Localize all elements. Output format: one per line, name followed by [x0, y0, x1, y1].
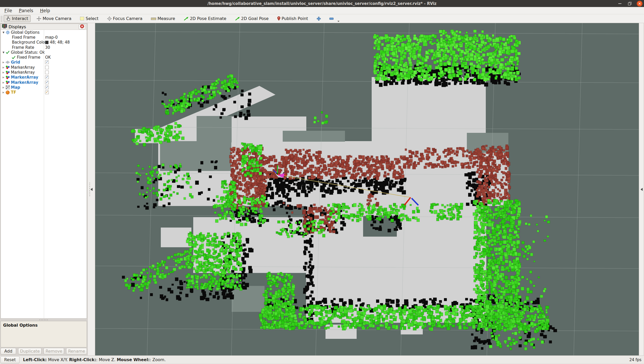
tool-dropdown-caret[interactable]: [337, 21, 340, 22]
menubar: FilePanelsHelp: [0, 7, 644, 14]
expand-arrow-icon[interactable]: ▶: [2, 66, 5, 69]
markers-icon: [5, 65, 10, 69]
tree-row-fixed-frame[interactable]: Fixed FrameOK: [1, 55, 87, 60]
tool-label: Measure: [157, 16, 175, 21]
tree-row-label: MarkerArray: [11, 80, 38, 85]
tree-row-markerarray[interactable]: ▶MarkerArray: [1, 80, 87, 85]
displays-panel-header: Displays: [1, 24, 87, 30]
minimize-button[interactable]: [617, 1, 623, 6]
property-value[interactable]: OK: [45, 55, 51, 60]
tree-row-global-options[interactable]: ▼Global Options: [1, 30, 87, 35]
hint-text: : Move Z.: [96, 357, 117, 362]
panel-splitter[interactable]: [0, 319, 87, 321]
visibility-checkbox[interactable]: [45, 71, 49, 74]
tool-label: Interact: [12, 16, 28, 21]
expand-arrow-icon[interactable]: ▶: [2, 61, 5, 64]
tree-row-background-color[interactable]: Background Color48; 48; 48: [1, 40, 87, 45]
tool-publish-point[interactable]: Publish Point: [275, 15, 311, 22]
displays-panel: Displays ▼Global OptionsFixed Framemap-0…: [1, 24, 87, 319]
close-icon: ✕: [638, 2, 641, 6]
display-actions: AddDuplicateRemoveRename: [0, 347, 87, 355]
color-swatch[interactable]: [45, 41, 49, 44]
tool-interact[interactable]: Interact: [4, 15, 31, 22]
fps-counter: 24 fps: [629, 358, 641, 362]
sidebar-collapse-handle[interactable]: [87, 23, 95, 355]
tool-add-tool-plus[interactable]: [314, 16, 323, 22]
hint-label: Left-Click:: [23, 357, 47, 362]
tool-move-camera[interactable]: Move Camera: [34, 15, 74, 22]
restore-button[interactable]: [627, 1, 633, 6]
markers-icon: [5, 71, 10, 74]
tree-row-markerarray[interactable]: ▶MarkerArray: [1, 70, 87, 75]
tree-row-frame-rate[interactable]: Frame Rate30: [1, 45, 87, 50]
tf-icon: [5, 91, 10, 94]
displays-panel-title: Displays: [9, 24, 26, 29]
tree-row-label: MarkerArray: [11, 65, 35, 70]
rename-button[interactable]: Rename: [66, 348, 87, 354]
tree-row-markerarray[interactable]: ▶MarkerArray: [1, 75, 87, 80]
tool-select[interactable]: Select: [77, 15, 101, 22]
displays-tree: ▼Global OptionsFixed Framemap-0Backgroun…: [1, 30, 87, 318]
focus-camera-icon: [107, 16, 112, 21]
duplicate-button[interactable]: Duplicate: [18, 348, 41, 354]
tool-measure[interactable]: Measure: [148, 15, 178, 22]
tool-label: 2D Goal Pose: [241, 16, 269, 21]
markers-icon: [5, 75, 10, 79]
visibility-checkbox[interactable]: [45, 60, 49, 64]
tree-row-global-status-ok[interactable]: ▼Global Status: Ok: [1, 50, 87, 55]
tool-2d-goal-pose[interactable]: 2D Goal Pose: [232, 15, 271, 22]
window-title: /home/hwg/collaborative_slam/install/uni…: [0, 1, 644, 6]
menu-help[interactable]: Help: [37, 7, 53, 14]
tree-row-tf[interactable]: ▶TF: [1, 90, 87, 95]
expand-arrow-icon[interactable]: ▶: [2, 81, 5, 84]
select-box-icon: [80, 17, 84, 20]
window-controls: ✕: [617, 0, 642, 7]
reset-button[interactable]: Reset: [1, 356, 19, 363]
add-button[interactable]: Add: [1, 348, 16, 354]
help-panel-title: Global Options: [3, 323, 38, 328]
menu-panels[interactable]: Panels: [16, 7, 37, 14]
hint-text: : Zoom.: [150, 357, 166, 362]
tool-focus-camera[interactable]: Focus Camera: [105, 15, 145, 22]
tree-row-fixed-frame[interactable]: Fixed Framemap-0: [1, 35, 87, 40]
toolbar-drag-handle[interactable]: [1, 16, 3, 22]
tree-row-markerarray[interactable]: ▶MarkerArray: [1, 65, 87, 70]
tree-row-grid[interactable]: ▶Grid: [1, 60, 87, 65]
collapse-arrow-icon[interactable]: ▼: [2, 31, 5, 34]
expand-arrow-icon[interactable]: ▶: [2, 91, 5, 94]
close-button[interactable]: ✕: [637, 1, 642, 6]
property-value[interactable]: map-0: [45, 35, 58, 40]
tree-row-label: Global Status: Ok: [11, 50, 45, 55]
expand-arrow-icon[interactable]: ▶: [2, 86, 5, 89]
tool-2d-pose-estimate[interactable]: 2D Pose Estimate: [181, 15, 229, 22]
tool-label: Select: [86, 16, 98, 21]
mouse-hints: Left-Click: Move X/Y. Right-Click:: Move…: [23, 357, 166, 362]
rviz-window: /home/hwg/collaborative_slam/install/uni…: [0, 0, 644, 364]
tool-remove-tool-minus[interactable]: [327, 17, 336, 21]
visibility-checkbox[interactable]: [45, 81, 49, 84]
collapse-left-icon: [91, 188, 93, 191]
menu-file[interactable]: File: [1, 7, 16, 14]
remove-button[interactable]: Remove: [44, 348, 64, 354]
expand-arrow-icon[interactable]: ▶: [2, 71, 5, 74]
visibility-checkbox[interactable]: [45, 91, 49, 94]
tree-row-label: MarkerArray: [11, 75, 38, 80]
visibility-checkbox[interactable]: [45, 75, 49, 79]
displays-close-button[interactable]: [79, 24, 85, 29]
tree-row-label: TF: [11, 90, 16, 95]
tool-label: Publish Point: [282, 16, 308, 21]
tree-row-label: Map: [11, 85, 20, 90]
property-value[interactable]: 48; 48; 48: [50, 40, 70, 45]
right-panel-collapse-handle[interactable]: [639, 23, 644, 355]
restore-icon: [628, 2, 632, 5]
property-value[interactable]: 30: [45, 45, 50, 50]
collapse-arrow-icon[interactable]: ▼: [2, 51, 5, 54]
visibility-checkbox[interactable]: [45, 86, 49, 89]
render-view[interactable]: [95, 23, 639, 355]
move-camera-icon: [37, 16, 41, 21]
tree-row-map[interactable]: ▶Map: [1, 85, 87, 90]
visibility-checkbox[interactable]: [45, 66, 49, 69]
expand-arrow-icon[interactable]: ▶: [2, 76, 5, 79]
tree-row-label: Fixed Frame: [17, 55, 40, 60]
gear-icon: [5, 30, 10, 35]
